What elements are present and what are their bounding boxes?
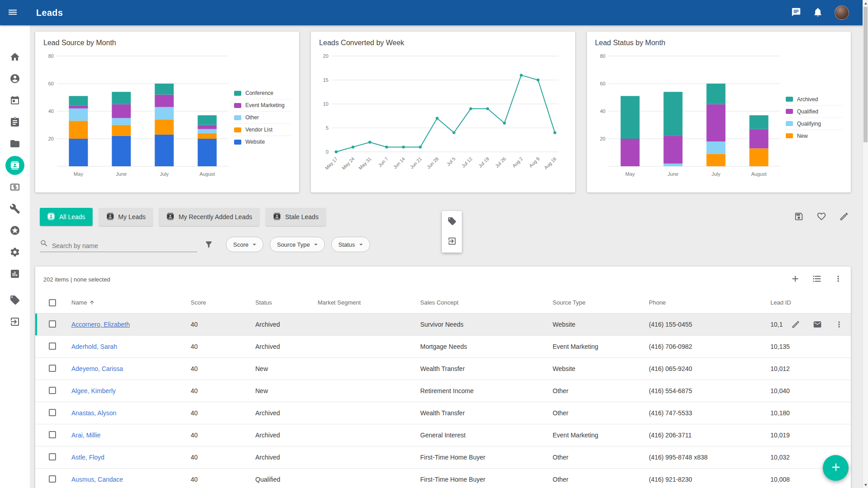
dropdown-label: Score <box>233 241 249 248</box>
sidebar-item-home[interactable] <box>4 46 26 68</box>
chart-title: Lead Status by Month <box>595 39 844 47</box>
row-checkbox[interactable] <box>49 343 56 350</box>
lead-name-link[interactable]: Adeyemo, Carissa <box>71 365 123 372</box>
contacts-icon <box>5 156 24 175</box>
add-lead-fab[interactable] <box>823 455 849 481</box>
tags-icon[interactable] <box>447 216 457 227</box>
row-checkbox[interactable] <box>49 453 56 460</box>
filter-dropdown-status[interactable]: Status <box>331 237 370 252</box>
legend-item-other: Other <box>233 112 291 124</box>
column-header-source-type[interactable]: Source Type <box>553 299 649 306</box>
row-checkbox[interactable] <box>49 475 56 483</box>
edit-view-icon[interactable] <box>839 211 849 223</box>
row-checkbox[interactable] <box>49 320 56 328</box>
add-column-icon[interactable] <box>790 274 800 285</box>
sidebar-item-settings[interactable] <box>4 241 26 263</box>
lead-name-link[interactable]: Aderhold, Sarah <box>71 343 117 350</box>
save-view-icon[interactable] <box>794 211 804 223</box>
view-chip-stale-leads[interactable]: Stale Leads <box>266 208 326 226</box>
column-header-phone[interactable]: Phone <box>649 299 770 306</box>
avatar[interactable] <box>835 5 849 20</box>
sidebar-item-tags[interactable] <box>4 289 26 311</box>
phone-cell: (416) 206-3711 <box>649 432 770 439</box>
table-row[interactable]: Anastas, Alyson40ArchivedWealth Transfer… <box>35 402 851 424</box>
svg-text:80: 80 <box>600 53 605 59</box>
row-checkbox[interactable] <box>49 431 56 438</box>
table-row[interactable]: Accornero, Elizabeth40ArchivedSurvivor N… <box>35 314 851 336</box>
checkbox-cell <box>42 320 71 329</box>
row-checkbox[interactable] <box>49 409 56 416</box>
sidebar-item-leads[interactable] <box>4 155 26 176</box>
sidebar-item-tools[interactable] <box>4 198 26 220</box>
name-cell: Astle, Floyd <box>71 454 191 461</box>
row-checkbox[interactable] <box>49 365 56 372</box>
toolbar-zone: All LeadsMy LeadsMy Recently Added Leads… <box>35 208 851 254</box>
notifications-icon[interactable] <box>813 7 823 19</box>
svg-text:June: June <box>116 171 127 177</box>
floating-actions-panel <box>442 211 462 253</box>
column-header-name[interactable]: Name <box>71 299 191 306</box>
row-kebab-icon[interactable] <box>835 320 844 329</box>
sales-concept-cell: Wealth Transfer <box>420 409 553 417</box>
view-chip-my-recently-added-leads[interactable]: My Recently Added Leads <box>159 208 259 226</box>
filter-dropdown-score[interactable]: Score <box>226 237 263 252</box>
menu-icon[interactable] <box>7 7 18 19</box>
svg-text:Jul 26: Jul 26 <box>494 156 507 169</box>
table-row[interactable]: Adeyemo, Carissa40NewWealth TransferWebs… <box>35 358 851 380</box>
sidebar-item-account[interactable] <box>4 68 26 89</box>
search-input[interactable] <box>52 242 197 249</box>
name-cell: Arai, Millie <box>71 432 191 439</box>
svg-text:July: July <box>160 171 169 177</box>
view-chip-my-leads[interactable]: My Leads <box>99 208 153 226</box>
lead-name-link[interactable]: Astle, Floyd <box>71 454 104 461</box>
scroll-down-icon[interactable] <box>863 482 868 488</box>
table-row[interactable]: Astle, Floyd40ArchivedFirst-Time Home Bu… <box>35 446 851 469</box>
chat-icon[interactable] <box>791 7 801 19</box>
list-view-icon[interactable] <box>812 274 822 285</box>
legend-label: Qualifying <box>797 121 821 127</box>
column-header-lead-id[interactable]: Lead ID <box>770 299 844 306</box>
sidebar-item-exit[interactable] <box>4 311 26 333</box>
view-chip-all-leads[interactable]: All Leads <box>40 208 93 226</box>
column-header-status[interactable]: Status <box>255 299 318 306</box>
lead-name-link[interactable]: Algee, Kimberly <box>71 387 116 394</box>
sidebar-item-calendar[interactable] <box>4 89 26 111</box>
column-header-sales-concept[interactable]: Sales Concept <box>420 299 553 306</box>
sidebar-item-tasks[interactable] <box>4 111 26 133</box>
table-row[interactable]: Algee, Kimberly40NewRetirement IncomeOth… <box>35 380 851 402</box>
lead-name-link[interactable]: Arai, Millie <box>71 432 101 439</box>
email-lead-icon[interactable] <box>813 320 822 329</box>
exit-to-app-icon[interactable] <box>447 236 457 247</box>
table-row[interactable]: Ausmus, Candace40QualifiedFirst-Time Hom… <box>35 469 851 488</box>
sidebar-item-favorites[interactable] <box>4 220 26 241</box>
column-header-score[interactable]: Score <box>191 299 255 306</box>
lead-name-link[interactable]: Ausmus, Candace <box>71 476 123 483</box>
edit-lead-icon[interactable] <box>791 320 800 329</box>
lead-id-cell: 10,180 <box>770 409 844 417</box>
table-row[interactable]: Aderhold, Sarah40ArchivedMortgage NeedsE… <box>35 336 851 358</box>
scrollbar[interactable] <box>863 0 868 488</box>
favorite-icon[interactable] <box>816 211 826 223</box>
search-box <box>40 237 197 252</box>
charts-row: Lead Source by Month 20406080MayJuneJuly… <box>35 32 851 192</box>
select-all-checkbox[interactable] <box>49 299 56 306</box>
sidebar-item-reports[interactable] <box>4 263 26 285</box>
lead-name-link[interactable]: Anastas, Alyson <box>71 409 117 417</box>
sidebar-item-payments[interactable] <box>4 176 26 198</box>
scrollbar-thumb[interactable] <box>863 7 868 142</box>
svg-text:Jun 28: Jun 28 <box>426 156 440 170</box>
score-cell: 40 <box>191 321 255 328</box>
table-row[interactable]: Arai, Millie40ArchivedGeneral InterestEv… <box>35 424 851 446</box>
filter-icon[interactable] <box>204 240 213 249</box>
sidebar-item-documents[interactable] <box>4 133 26 155</box>
sales-concept-cell: Wealth Transfer <box>420 365 553 372</box>
contacts-icon <box>106 212 114 222</box>
filter-dropdown-source-type[interactable]: Source Type <box>270 237 325 252</box>
lead-name-link[interactable]: Accornero, Elizabeth <box>71 321 130 328</box>
column-header-market-segment[interactable]: Market Segment <box>318 299 420 306</box>
chart-card-lead-source-by-month: Lead Source by Month 20406080MayJuneJuly… <box>35 32 299 192</box>
stars-icon <box>9 225 20 236</box>
scroll-up-icon[interactable] <box>863 0 868 6</box>
row-checkbox[interactable] <box>49 387 56 394</box>
table-kebab-icon[interactable] <box>834 274 843 285</box>
